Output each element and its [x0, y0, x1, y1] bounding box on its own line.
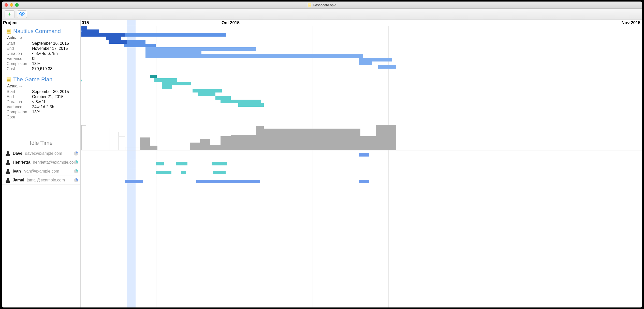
person-email: henrietta@example.com	[33, 160, 77, 165]
value-start: September 30, 2015	[32, 89, 78, 94]
idle-outline	[110, 132, 119, 150]
idle-bar	[231, 135, 256, 150]
avatar-icon	[6, 178, 10, 182]
project-column-header: Project	[2, 20, 80, 26]
resource-bar[interactable]	[196, 180, 260, 183]
gantt-bar[interactable]	[81, 26, 87, 29]
resource-bar[interactable]	[156, 162, 164, 165]
gantt-bar[interactable]	[150, 75, 157, 78]
value-completion: 13%	[32, 110, 78, 114]
project-mode-selector[interactable]: Actual ◅	[7, 35, 78, 41]
svg-point-0	[21, 13, 23, 14]
resource-bar[interactable]	[359, 153, 369, 157]
gantt-bar[interactable]	[148, 44, 156, 47]
value-end: October 21, 2015	[32, 95, 78, 99]
allocation-pie-icon	[74, 178, 78, 182]
project-sidebar: Project Nautilus Command Actual ◅ StartS…	[2, 20, 81, 307]
value-end: November 17, 2015	[32, 46, 78, 51]
add-button[interactable]: +	[5, 10, 15, 18]
label-end: End	[7, 95, 32, 99]
gantt-bar[interactable]	[81, 29, 99, 33]
idle-bar	[264, 129, 360, 150]
allocation-pie-icon	[74, 160, 78, 165]
window-minimize-button[interactable]	[10, 3, 13, 7]
gantt-bar[interactable]	[198, 92, 215, 96]
value-variance: 0h	[32, 56, 78, 61]
idle-bar	[256, 126, 264, 150]
gantt-bar[interactable]	[221, 100, 261, 103]
traffic-lights	[5, 3, 19, 7]
app-window: Dashboard.opld + Project Nautilus Comman…	[2, 2, 642, 307]
resource-bar[interactable]	[213, 171, 226, 174]
gantt-bar[interactable]	[106, 37, 121, 40]
gantt-bar[interactable]	[81, 33, 125, 37]
gantt-bar[interactable]	[193, 89, 222, 92]
project-mode-selector[interactable]: Actual ◅	[7, 83, 78, 89]
avatar-icon	[6, 160, 10, 165]
timeline-panel[interactable]: 015 Oct 2015Nov 2015	[81, 20, 642, 307]
value-duration: < 8w 4d 6.75h	[32, 51, 78, 56]
timeline-header: 015 Oct 2015Nov 2015	[81, 20, 642, 26]
project-name: Nautilus Command	[13, 28, 61, 35]
person-row-dave[interactable]: Dave dave@example.com	[2, 149, 80, 158]
idle-bar	[360, 136, 376, 150]
gantt-bar[interactable]	[215, 96, 231, 100]
gantt-bar[interactable]	[359, 61, 372, 65]
project-mode-label: Actual	[7, 36, 18, 40]
avatar-icon	[6, 151, 10, 156]
idle-bar	[190, 143, 200, 150]
gantt-bar[interactable]	[154, 78, 177, 82]
person-row-ivan[interactable]: Ivan ivan@example.com	[2, 167, 80, 176]
label-variance: Variance	[7, 56, 32, 61]
label-completion: Completion	[7, 110, 32, 114]
label-start: Start	[7, 41, 32, 46]
window-close-button[interactable]	[5, 3, 8, 7]
project-file-icon	[7, 77, 11, 82]
value-variance: 24w 1d 2.5h	[32, 105, 78, 109]
plus-icon: +	[8, 11, 11, 17]
gantt-bar[interactable]	[145, 47, 256, 51]
view-button[interactable]	[17, 10, 27, 18]
person-row-jamal[interactable]: Jamal jamal@example.com	[2, 176, 80, 185]
gantt-chart-nautilus	[81, 26, 642, 73]
label-start: Start	[7, 89, 32, 94]
resource-bar[interactable]	[212, 162, 227, 165]
idle-outline	[86, 131, 96, 150]
gantt-bar[interactable]	[145, 51, 201, 54]
project-name: The Game Plan	[13, 76, 52, 83]
idle-outline	[96, 128, 110, 150]
gantt-bar[interactable]	[238, 103, 254, 107]
project-mode-label: Actual	[7, 84, 18, 88]
idle-outline	[119, 136, 125, 150]
titlebar: Dashboard.opld	[2, 2, 642, 9]
resource-bar[interactable]	[156, 171, 171, 174]
project-item-nautilus[interactable]: Nautilus Command Actual ◅ StartSeptember…	[2, 26, 80, 74]
label-duration: Duration	[7, 100, 32, 104]
project-item-game-plan[interactable]: The Game Plan Actual ◅ StartSeptember 30…	[2, 74, 80, 122]
resource-bar[interactable]	[181, 171, 186, 174]
content-area: Project Nautilus Command Actual ◅ StartS…	[2, 20, 642, 307]
label-end: End	[7, 46, 32, 51]
resource-bar[interactable]	[359, 180, 369, 183]
updown-caret-icon: ◅	[19, 84, 22, 88]
gantt-bar[interactable]	[109, 40, 127, 44]
gantt-bar[interactable]	[378, 65, 396, 69]
idle-outline	[81, 125, 86, 150]
gantt-bar[interactable]	[145, 54, 363, 58]
avatar-icon	[6, 169, 10, 174]
gantt-bar[interactable]	[125, 33, 226, 37]
person-row-henrietta[interactable]: Henrietta henrietta@example.com	[2, 158, 80, 167]
idle-bar	[221, 136, 231, 150]
gantt-bar[interactable]	[162, 85, 172, 89]
gantt-bar[interactable]	[254, 103, 264, 107]
window-zoom-button[interactable]	[15, 3, 19, 7]
project-meta: StartSeptember 30, 2015 EndOctober 21, 2…	[7, 89, 78, 119]
gantt-bar[interactable]	[359, 58, 392, 61]
resource-row	[81, 150, 642, 159]
resource-bar[interactable]	[125, 180, 143, 183]
eye-icon	[19, 11, 25, 18]
person-name: Ivan	[13, 169, 21, 174]
idle-bar	[200, 139, 210, 150]
gantt-bar[interactable]	[162, 82, 191, 85]
resource-bar[interactable]	[176, 162, 187, 165]
